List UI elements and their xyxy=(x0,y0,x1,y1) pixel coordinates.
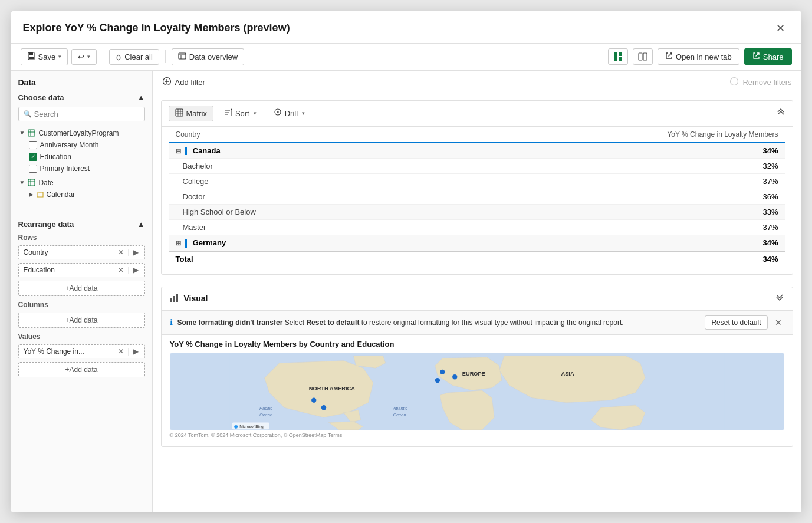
data-section-title: Data xyxy=(18,78,145,87)
undo-icon: ↩ xyxy=(78,52,84,61)
customer-loyalty-label: CustomerLoyaltyProgram xyxy=(38,129,119,137)
total-value: 34% xyxy=(434,251,785,267)
modal-overlay: Explore YoY % Change in Loyalty Members … xyxy=(0,0,812,523)
yoy-chip-label: YoY % Change in... xyxy=(24,347,115,356)
matrix-button[interactable]: Matrix xyxy=(169,106,213,121)
anniversary-checkbox[interactable] xyxy=(29,141,37,149)
choose-data-title: Choose data ▲ xyxy=(18,93,145,102)
tree-item-anniversary[interactable]: Anniversary Month xyxy=(18,139,145,151)
yoy-remove-btn[interactable]: ✕ xyxy=(117,347,125,356)
add-filter-label: Add filter xyxy=(175,78,205,87)
share-icon xyxy=(752,52,760,61)
date-expand-icon: ▼ xyxy=(19,179,25,186)
row-country: ⊟ Canada xyxy=(169,143,434,159)
education-checkbox[interactable]: ✓ xyxy=(29,153,37,161)
education-more-btn[interactable]: ▶ xyxy=(132,266,140,274)
visual-collapse-button[interactable] xyxy=(775,293,784,304)
yoy-more-btn[interactable]: ▶ xyxy=(132,347,140,356)
matrix-toolbar: Matrix Sort ▾ xyxy=(162,101,793,127)
right-panel: Add filter Remove filters xyxy=(153,71,801,512)
tree-item-date[interactable]: ▼ Date xyxy=(18,177,145,189)
toolbar: Save ▾ ↩ ▾ ◇ Clear all Data overview xyxy=(11,44,801,71)
rearrange-collapse-icon[interactable]: ▲ xyxy=(137,220,145,229)
modal: Explore YoY % Change in Loyalty Members … xyxy=(11,11,801,512)
country-remove-btn[interactable]: ✕ xyxy=(117,248,125,256)
notice-text: Some formatting didn't transfer Select R… xyxy=(177,318,624,327)
sort-icon xyxy=(225,108,232,118)
matrix-collapse-button[interactable] xyxy=(776,108,785,119)
toolbar-right: Open in new tab Share xyxy=(608,48,791,65)
clear-button[interactable]: ◇ Clear all xyxy=(109,49,159,65)
columns-label: Columns xyxy=(18,301,145,309)
row-value: 34% xyxy=(434,143,785,159)
map-dot-3 xyxy=(440,369,445,374)
country-chip-label: Country xyxy=(24,248,115,256)
rows-label: Rows xyxy=(18,233,145,242)
tree-item-primary-interest[interactable]: Primary Interest xyxy=(18,163,145,175)
table-row: Master 37% xyxy=(169,220,785,235)
main-content: Data Choose data ▲ 🔍 ▼ CustomerLoy xyxy=(11,71,801,512)
tree-item-education[interactable]: ✓ Education xyxy=(18,151,145,163)
close-button[interactable]: ✕ xyxy=(771,19,790,37)
education-chip-actions: ✕ | ▶ xyxy=(117,266,139,274)
germany-expand-icon[interactable]: ⊞ xyxy=(176,239,181,246)
svg-rect-11 xyxy=(28,130,35,136)
open-new-tab-icon xyxy=(665,52,673,61)
sidebar: Data Choose data ▲ 🔍 ▼ CustomerLoy xyxy=(11,71,153,512)
save-button[interactable]: Save ▾ xyxy=(21,48,68,65)
drill-dropdown: ▾ xyxy=(302,110,305,116)
choose-data-collapse-icon[interactable]: ▲ xyxy=(137,93,145,102)
undo-button[interactable]: ↩ ▾ xyxy=(71,49,97,65)
folder-icon xyxy=(37,191,44,198)
matrix-label: Matrix xyxy=(186,109,207,118)
layout-icon-button[interactable] xyxy=(608,48,628,65)
search-input[interactable] xyxy=(34,110,140,119)
svg-rect-7 xyxy=(619,52,622,56)
tree-item-customer-loyalty[interactable]: ▼ CustomerLoyaltyProgram xyxy=(18,127,145,139)
rows-add-data-button[interactable]: +Add data xyxy=(18,281,145,296)
notice-close-button[interactable]: ✕ xyxy=(772,318,784,327)
drill-label: Drill xyxy=(285,109,298,118)
data-overview-button[interactable]: Data overview xyxy=(172,48,244,65)
chip-separator-2: | xyxy=(127,266,129,274)
table-row: Doctor 36% xyxy=(169,189,785,205)
svg-rect-3 xyxy=(179,53,186,59)
table-row: High School or Below 33% xyxy=(169,205,785,220)
save-dropdown-icon: ▾ xyxy=(58,54,61,60)
primary-interest-checkbox[interactable] xyxy=(29,165,37,173)
tree-item-calendar[interactable]: ▶ Calendar xyxy=(18,189,145,200)
table-icon xyxy=(28,129,35,137)
share-button[interactable]: Share xyxy=(744,48,792,65)
add-filter-button[interactable]: Add filter xyxy=(162,77,205,88)
info-icon: ℹ xyxy=(170,318,173,327)
map-container: YoY % Change in Loyalty Members by Count… xyxy=(162,335,793,446)
chip-separator: | xyxy=(127,248,129,256)
undo-dropdown-icon: ▾ xyxy=(87,54,90,60)
map-dot-1 xyxy=(435,378,439,383)
search-icon: 🔍 xyxy=(24,110,32,118)
values-add-data-button[interactable]: +Add data xyxy=(18,362,145,377)
table-row: Bachelor 32% xyxy=(169,159,785,174)
total-label: Total xyxy=(169,251,434,267)
expand-collapse-icon[interactable]: ⊟ xyxy=(176,147,181,154)
country-more-btn[interactable]: ▶ xyxy=(132,248,140,256)
sort-button[interactable]: Sort ▾ xyxy=(218,106,263,121)
open-new-tab-button[interactable]: Open in new tab xyxy=(658,48,739,65)
table-row: ⊞ Germany 34% xyxy=(169,235,785,251)
svg-rect-1 xyxy=(29,52,33,55)
education-remove-btn[interactable]: ✕ xyxy=(117,266,125,274)
reset-to-default-button[interactable]: Reset to default xyxy=(705,315,767,330)
map-title: YoY % Change in Loyalty Members by Count… xyxy=(170,340,784,348)
education-chip: Education ✕ | ▶ xyxy=(18,263,145,277)
toolbar-divider-2 xyxy=(165,50,166,63)
visual-title-text: Visual xyxy=(184,294,208,303)
visual-title-container: Visual xyxy=(170,293,208,304)
data-overview-icon xyxy=(178,52,186,62)
map-dot-5 xyxy=(321,405,326,410)
split-view-button[interactable] xyxy=(633,48,653,65)
chip-separator-3: | xyxy=(127,347,129,356)
add-filter-bar: Add filter Remove filters xyxy=(153,71,801,94)
drill-button[interactable]: Drill ▾ xyxy=(268,106,311,121)
columns-add-data-button[interactable]: +Add data xyxy=(18,313,145,328)
svg-rect-2 xyxy=(29,57,34,59)
